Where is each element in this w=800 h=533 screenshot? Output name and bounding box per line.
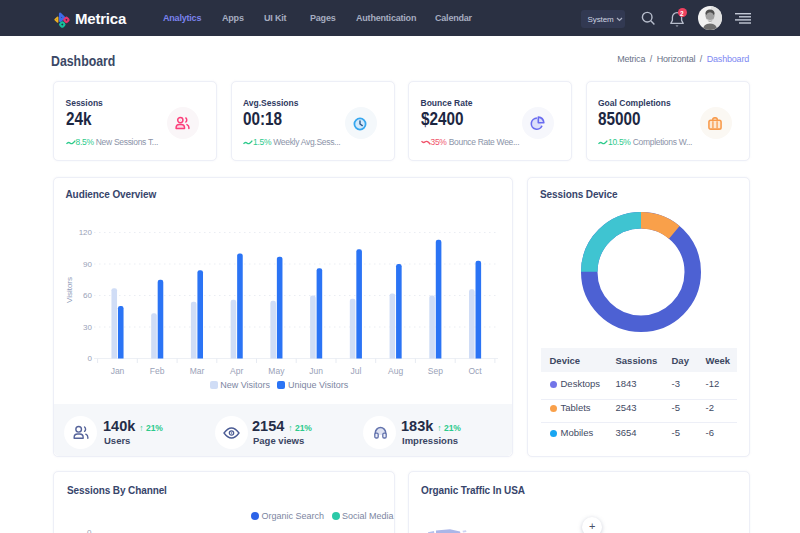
svg-text:Apr: Apr [230,366,243,376]
svg-text:Feb: Feb [150,366,165,376]
svg-text:Sep: Sep [428,366,443,376]
svg-text:60: 60 [83,291,92,300]
svg-text:Visitors: Visitors [65,277,74,303]
svg-text:Jun: Jun [309,366,323,376]
svg-text:120: 120 [79,228,93,237]
svg-text:Aug: Aug [388,366,403,376]
svg-text:Jan: Jan [111,366,125,376]
svg-text:90: 90 [83,260,92,269]
svg-text:May: May [268,366,285,376]
svg-text:30: 30 [83,323,92,332]
svg-text:Mar: Mar [190,366,205,376]
svg-text:Oct: Oct [468,366,482,376]
svg-text:0: 0 [88,354,93,363]
svg-text:Jul: Jul [350,366,361,376]
